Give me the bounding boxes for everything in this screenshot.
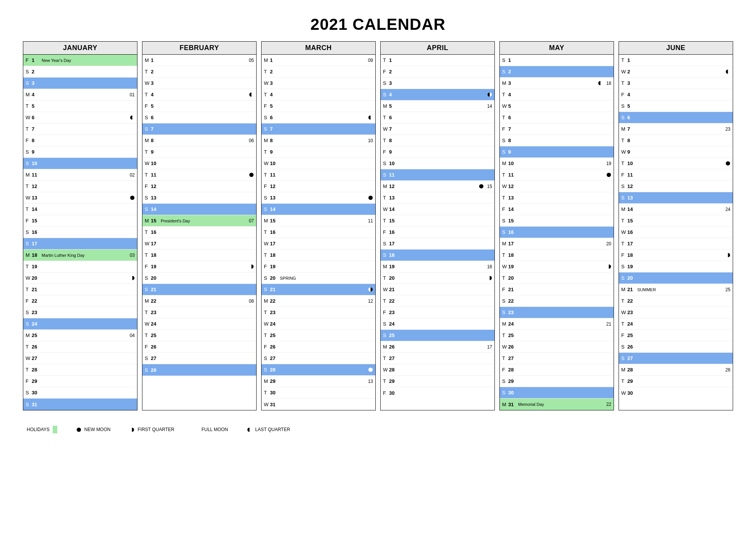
- last-moon-icon: [368, 115, 373, 120]
- day-number: 17: [627, 241, 635, 246]
- day-number: 23: [508, 310, 516, 315]
- week-number: 10: [367, 138, 373, 143]
- day-right: [725, 321, 730, 326]
- day-of-week: M: [145, 218, 151, 224]
- day-number: 1: [389, 57, 397, 63]
- day-of-week: W: [26, 115, 32, 120]
- day-row: F28: [500, 364, 614, 376]
- day-row: M1720: [500, 238, 614, 250]
- svg-point-15: [488, 356, 492, 360]
- day-of-week: T: [145, 252, 151, 258]
- last-moon-icon: [487, 92, 492, 97]
- day-number: 28: [32, 367, 39, 373]
- day-row: S20: [619, 272, 733, 284]
- day-number: 14: [389, 206, 397, 212]
- day-of-week: S: [26, 310, 32, 315]
- week-number: 08: [248, 298, 254, 304]
- week-number: 19: [605, 161, 611, 166]
- day-number: 10: [32, 160, 39, 166]
- day-right: [606, 344, 611, 349]
- day-number: 23: [389, 310, 397, 315]
- day-of-week: M: [145, 138, 151, 143]
- full-moon-icon: [194, 427, 199, 432]
- last-moon-icon: [598, 81, 603, 86]
- day-event: President's Day: [161, 219, 190, 223]
- day-row: S20: [142, 272, 256, 284]
- day-number: 28: [389, 367, 397, 373]
- day-of-week: T: [621, 218, 627, 224]
- day-row: S21: [262, 284, 375, 295]
- day-row: W21: [381, 284, 494, 295]
- legend-holidays-label: HOLIDAYS: [27, 427, 50, 432]
- day-row: W24: [142, 318, 256, 330]
- day-row: T1: [619, 55, 733, 66]
- day-of-week: S: [264, 367, 270, 373]
- day-row: T29: [381, 376, 494, 387]
- day-of-week: M: [383, 344, 389, 350]
- full-moon-icon: [368, 367, 373, 372]
- day-number: 1: [151, 57, 158, 63]
- day-row: F7: [500, 123, 614, 135]
- day-of-week: W: [26, 195, 32, 201]
- day-of-week: T: [26, 344, 32, 350]
- day-row: T20: [500, 272, 614, 284]
- day-of-week: S: [26, 160, 32, 166]
- day-of-week: T: [502, 275, 508, 281]
- day-of-week: T: [502, 115, 508, 120]
- day-of-week: T: [383, 275, 389, 281]
- week-number: 17: [486, 344, 492, 350]
- day-row: S31: [23, 399, 137, 410]
- day-row: W24: [262, 318, 375, 330]
- day-of-week: F: [145, 103, 151, 109]
- day-number: 8: [270, 138, 278, 143]
- day-number: 16: [32, 229, 39, 235]
- day-right: 26: [724, 367, 730, 373]
- day-row: F16: [381, 227, 494, 238]
- day-of-week: F: [383, 69, 389, 75]
- day-of-week: S: [145, 355, 151, 361]
- day-number: 16: [389, 229, 397, 235]
- day-of-week: T: [264, 390, 270, 396]
- day-of-week: T: [145, 172, 151, 178]
- day-of-week: S: [621, 103, 627, 109]
- legend-last-quarter-label: LAST QUARTER: [255, 427, 290, 432]
- day-of-week: T: [383, 195, 389, 201]
- day-row: S7: [262, 123, 375, 135]
- day-of-week: T: [26, 367, 32, 373]
- month-column: JANUARYF1New Year's DayS2S3M401T5W6T7F8S…: [23, 41, 137, 410]
- day-row: S10: [23, 158, 137, 169]
- day-row: S2: [500, 66, 614, 78]
- day-of-week: T: [502, 332, 508, 338]
- day-number: 19: [508, 264, 516, 269]
- day-of-week: M: [145, 57, 151, 63]
- day-row: S28: [142, 364, 256, 376]
- day-number: 6: [389, 115, 397, 120]
- day-row: S17: [23, 238, 137, 250]
- day-number: 20: [32, 275, 39, 281]
- day-row: T26: [23, 341, 137, 353]
- day-number: 24: [270, 321, 278, 327]
- day-row: T6: [500, 112, 614, 123]
- day-row: M1511: [262, 215, 375, 227]
- day-row: S18: [381, 250, 494, 261]
- day-row: F1New Year's Day: [23, 55, 137, 66]
- day-number: 13: [151, 195, 158, 201]
- day-row: M2208: [142, 295, 256, 307]
- day-number: 4: [508, 92, 516, 97]
- day-number: 6: [627, 115, 635, 120]
- day-event: SUMMER: [637, 287, 656, 292]
- week-number: 22: [605, 402, 611, 407]
- day-of-week: W: [621, 310, 627, 315]
- svg-point-7: [249, 356, 254, 360]
- day-of-week: T: [264, 172, 270, 178]
- day-of-week: W: [145, 80, 151, 86]
- legend-first-quarter-label: FIRST QUARTER: [137, 427, 174, 432]
- day-of-week: T: [621, 241, 627, 246]
- day-of-week: T: [502, 92, 508, 97]
- day-of-week: M: [264, 378, 270, 384]
- day-of-week: T: [264, 332, 270, 338]
- day-event: SPRING: [280, 276, 296, 280]
- day-number: 29: [627, 378, 635, 384]
- day-row: T25: [262, 330, 375, 341]
- day-row: T2: [142, 66, 256, 78]
